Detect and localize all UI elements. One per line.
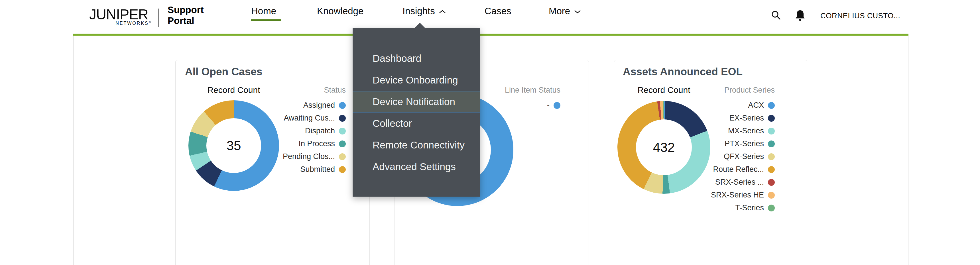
legend-item-label: ACX <box>748 101 764 110</box>
registered-mark: ® <box>149 21 151 24</box>
menu-item-collector[interactable]: Collector <box>353 113 480 134</box>
nav-item-knowledge[interactable]: Knowledge <box>317 6 363 16</box>
legend-item[interactable]: In Process <box>283 137 346 150</box>
legend-item-label: Assigned <box>303 101 335 110</box>
legend-item-label: EX-Series <box>729 114 764 122</box>
legend-color-dot <box>768 153 775 160</box>
menu-item-device-onboarding[interactable]: Device Onboarding <box>353 69 480 91</box>
insights-menu: DashboardDevice OnboardingDevice Notific… <box>353 28 480 197</box>
menu-item-advanced-settings[interactable]: Advanced Settings <box>353 156 480 178</box>
legend-item-label: Pending Clos... <box>283 152 335 161</box>
menu-item-dashboard[interactable]: Dashboard <box>353 48 480 69</box>
legend-item[interactable]: SRX-Series ... <box>711 176 775 189</box>
legend-item-label: QFX-Series <box>724 152 764 161</box>
legend-item[interactable]: ACX <box>711 99 775 112</box>
donut-center-total: 35 <box>206 118 261 173</box>
legend-title: Line Item Status <box>505 85 560 95</box>
legend-item[interactable]: EX-Series <box>711 112 775 125</box>
legend-item-label: SRX-Series ... <box>715 178 764 187</box>
chart-title: Record Count <box>637 85 690 95</box>
legend-title: Product Series <box>724 85 775 95</box>
legend-color-dot <box>339 102 346 109</box>
insights-menu-list: DashboardDevice OnboardingDevice Notific… <box>353 28 480 178</box>
legend-item[interactable]: QFX-Series <box>711 150 775 163</box>
chevron-up-icon <box>438 6 446 16</box>
bell-icon[interactable] <box>794 9 806 23</box>
legend-color-dot <box>339 128 346 135</box>
legend-item[interactable]: PTX-Series <box>711 137 775 150</box>
legend-color-dot <box>768 115 775 122</box>
legend-item-label: - <box>547 101 550 110</box>
legend-item[interactable]: MX-Series <box>711 125 775 137</box>
chevron-down-icon <box>574 6 582 16</box>
legend-color-dot <box>768 140 775 147</box>
legend-color-dot <box>339 166 346 173</box>
legend-color-dot <box>339 115 346 122</box>
legend-color-dot <box>339 140 346 147</box>
legend-color-dot <box>768 128 775 135</box>
legend-color-dot <box>768 166 775 173</box>
support-portal-wordmark: Support Portal <box>168 5 204 26</box>
legend-item[interactable]: Submitted <box>283 163 346 176</box>
user-menu[interactable]: CORNELIUS CUSTO... <box>820 11 900 20</box>
legend-color-dot <box>768 102 775 109</box>
legend-item-label: PTX-Series <box>725 139 764 148</box>
active-nav-underline <box>251 19 281 21</box>
legend-item-label: Awaiting Cus... <box>284 114 335 122</box>
brand-divider-rule <box>73 33 908 36</box>
legend-item-label: Submitted <box>300 165 335 174</box>
menu-item-device-notification[interactable]: Device Notification <box>353 91 480 113</box>
nav-item-home[interactable]: Home <box>251 6 276 16</box>
menu-pointer-arrow <box>415 23 425 28</box>
legend-item[interactable]: Dispatch <box>283 125 346 137</box>
nav-item-cases[interactable]: Cases <box>485 6 511 16</box>
legend-product-series: Product Series ACXEX-SeriesMX-SeriesPTX-… <box>711 85 775 214</box>
legend-item[interactable]: Route Reflec... <box>711 163 775 176</box>
legend-color-dot <box>768 179 775 186</box>
legend-item[interactable]: SRX-Series HE <box>711 189 775 202</box>
donut-center-total: 432 <box>636 119 692 175</box>
legend-color-dot <box>768 192 775 198</box>
card-title: Assets Announced EOL <box>623 66 743 78</box>
legend-item[interactable]: Pending Clos... <box>283 150 346 163</box>
legend-item-label: In Process <box>298 139 335 148</box>
legend-color-dot <box>339 153 346 160</box>
legend-item-label: T-Series <box>735 203 764 212</box>
search-icon[interactable] <box>770 10 781 22</box>
card-assets-announced-eol: Assets Announced EOL Record Count 432 Pr… <box>614 60 807 265</box>
legend-color-dot <box>554 102 560 109</box>
legend-item[interactable]: T-Series <box>711 202 775 214</box>
legend-line-item-status: Line Item Status - <box>505 85 560 112</box>
legend-item-label: SRX-Series HE <box>711 190 764 200</box>
donut-chart-open-cases[interactable]: 35 <box>188 100 279 191</box>
legend-item[interactable]: - <box>547 99 560 112</box>
card-all-open-cases: All Open Cases Record Count 35 Status As… <box>175 60 370 265</box>
menu-item-remote-connectivity[interactable]: Remote Connectivity <box>353 134 480 156</box>
legend-item[interactable]: Awaiting Cus... <box>283 112 346 125</box>
donut-chart-assets-eol[interactable]: 432 <box>617 101 710 194</box>
legend-item-label: MX-Series <box>728 127 764 135</box>
juniper-logo-networks: NETWORKS® <box>89 21 151 26</box>
legend-item[interactable]: Assigned <box>283 99 346 112</box>
legend-title: Status <box>324 85 346 95</box>
legend-status: Status AssignedAwaiting Cus...DispatchIn… <box>283 85 346 176</box>
chart-title: Record Count <box>207 85 260 95</box>
card-title: All Open Cases <box>185 66 262 78</box>
legend-item-label: Route Reflec... <box>713 165 764 174</box>
nav-item-more[interactable]: More <box>549 6 582 16</box>
legend-color-dot <box>768 205 775 211</box>
logo-divider <box>159 8 159 27</box>
legend-item-label: Dispatch <box>305 127 335 135</box>
nav-item-insights[interactable]: Insights <box>402 6 446 16</box>
